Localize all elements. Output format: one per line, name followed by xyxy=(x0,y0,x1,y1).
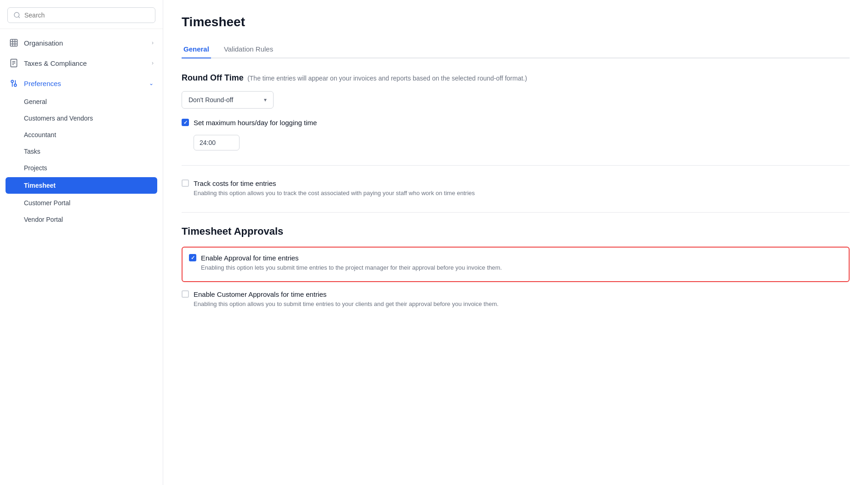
sidebar-item-label-taxes: Taxes & Compliance xyxy=(24,59,87,67)
svg-line-1 xyxy=(18,17,20,18)
preferences-icon xyxy=(9,79,18,88)
sidebar-item-accountant[interactable]: Accountant xyxy=(0,127,163,143)
enable-customer-approval-desc: Enabling this option allows you to submi… xyxy=(194,300,498,308)
divider-2 xyxy=(182,212,850,213)
sidebar-item-label-preferences: Preferences xyxy=(24,80,61,87)
enable-customer-approval-checkbox[interactable] xyxy=(182,290,189,298)
tab-general[interactable]: General xyxy=(182,40,211,58)
timesheet-approvals-title: Timesheet Approvals xyxy=(182,225,850,237)
svg-point-7 xyxy=(11,80,13,82)
round-off-time-header: Round Off Time (The time entries will ap… xyxy=(182,73,850,83)
track-costs-checkbox[interactable] xyxy=(182,179,189,187)
divider-1 xyxy=(182,165,850,166)
round-off-dropdown-value: Don't Round-off xyxy=(188,96,233,104)
sidebar-item-organisation[interactable]: Organisation › xyxy=(0,33,163,53)
timesheet-approvals-section: Timesheet Approvals Enable Approval for … xyxy=(182,225,850,308)
sidebar-item-customers-vendors[interactable]: Customers and Vendors xyxy=(0,110,163,127)
max-hours-checkbox[interactable] xyxy=(182,119,189,126)
sidebar-item-label-organisation: Organisation xyxy=(24,39,63,47)
max-hours-input[interactable] xyxy=(194,135,240,150)
main-content: Timesheet General Validation Rules Round… xyxy=(163,0,868,485)
tax-icon xyxy=(9,58,18,68)
search-box[interactable] xyxy=(7,7,155,23)
enable-approval-row: Enable Approval for time entries Enablin… xyxy=(189,253,842,272)
round-off-time-subtitle: (The time entries will appear on your in… xyxy=(247,75,527,82)
enable-approval-checkbox[interactable] xyxy=(189,254,196,261)
enable-approval-desc: Enabling this option lets you submit tim… xyxy=(201,264,502,272)
building-icon xyxy=(9,38,18,47)
sidebar-item-vendor-portal[interactable]: Vendor Portal xyxy=(0,211,163,228)
search-icon xyxy=(13,12,21,19)
max-hours-row: Set maximum hours/day for logging time xyxy=(182,118,850,127)
round-off-time-section: Round Off Time (The time entries will ap… xyxy=(182,73,850,150)
sidebar: Organisation › Taxes & Compliance › Pref… xyxy=(0,0,163,485)
track-costs-desc: Enabling this option allows you to track… xyxy=(194,189,475,197)
enable-customer-approval-label: Enable Customer Approvals for time entri… xyxy=(194,289,498,299)
round-off-time-title: Round Off Time xyxy=(182,73,244,82)
enable-approval-label: Enable Approval for time entries xyxy=(201,253,502,263)
preferences-sub-nav: General Customers and Vendors Accountant… xyxy=(0,93,163,228)
search-container xyxy=(0,0,163,29)
sidebar-item-projects[interactable]: Projects xyxy=(0,160,163,176)
sidebar-item-general[interactable]: General xyxy=(0,93,163,110)
dropdown-chevron-icon: ▾ xyxy=(264,97,267,103)
svg-point-0 xyxy=(14,12,19,17)
chevron-right-icon: › xyxy=(152,40,154,46)
search-input[interactable] xyxy=(24,12,149,19)
page-title: Timesheet xyxy=(182,15,850,29)
sidebar-item-customer-portal[interactable]: Customer Portal xyxy=(0,195,163,211)
round-off-dropdown[interactable]: Don't Round-off ▾ xyxy=(182,91,274,109)
sidebar-item-tasks[interactable]: Tasks xyxy=(0,143,163,160)
nav-section: Organisation › Taxes & Compliance › Pref… xyxy=(0,29,163,231)
track-costs-section: Track costs for time entries Enabling th… xyxy=(182,179,850,197)
tabs-container: General Validation Rules xyxy=(182,40,850,58)
chevron-down-icon-preferences: ⌄ xyxy=(149,80,154,87)
svg-rect-2 xyxy=(11,40,17,46)
chevron-right-icon-taxes: › xyxy=(152,60,154,66)
enable-customer-approval-row: Enable Customer Approvals for time entri… xyxy=(182,289,850,308)
sidebar-item-preferences[interactable]: Preferences ⌄ xyxy=(0,73,163,93)
sidebar-item-timesheet[interactable]: Timesheet xyxy=(6,177,157,194)
tab-validation-rules[interactable]: Validation Rules xyxy=(222,40,275,58)
max-hours-label: Set maximum hours/day for logging time xyxy=(194,118,317,127)
track-costs-label: Track costs for time entries xyxy=(194,179,475,188)
svg-point-8 xyxy=(14,84,17,87)
enable-approval-box: Enable Approval for time entries Enablin… xyxy=(182,247,850,282)
sidebar-item-taxes-compliance[interactable]: Taxes & Compliance › xyxy=(0,53,163,73)
track-costs-row: Track costs for time entries Enabling th… xyxy=(182,179,850,197)
